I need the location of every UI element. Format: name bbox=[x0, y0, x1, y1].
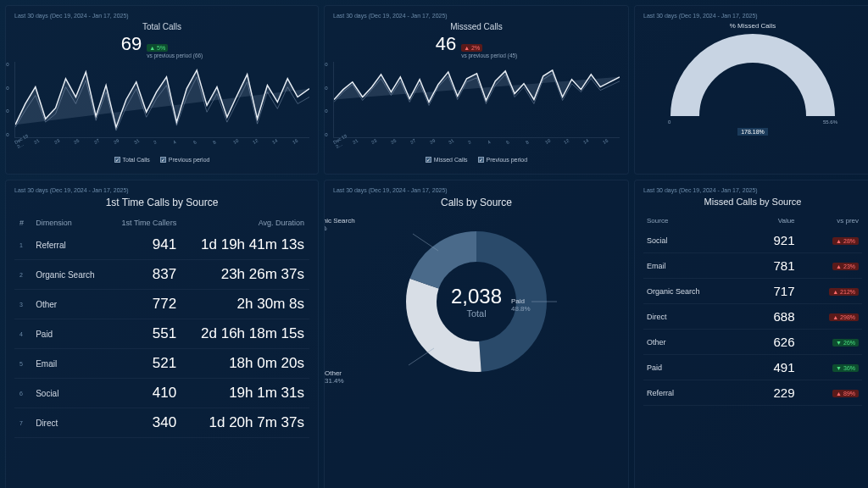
legend-missed-calls[interactable]: Missed Calls bbox=[426, 157, 468, 163]
row-delta: ▲ 298% bbox=[798, 304, 862, 330]
col-num: # bbox=[14, 215, 31, 230]
legend-total-calls[interactable]: Total Calls bbox=[114, 157, 150, 163]
segment-paid-name: Paid bbox=[511, 297, 531, 305]
gauge-chart bbox=[668, 31, 837, 125]
gauge-max: 55.6% bbox=[823, 119, 837, 125]
row-source: Organic Search bbox=[643, 279, 748, 304]
row-index: 4 bbox=[14, 319, 31, 349]
row-duration: 2h 30m 8s bbox=[181, 290, 309, 319]
legend-previous-period[interactable]: Previous period bbox=[160, 157, 210, 163]
panel-title: Missed Calls by Source bbox=[643, 197, 862, 207]
prev-period-text: vs previous period (66) bbox=[147, 53, 203, 58]
table-row[interactable]: Referral229▲ 89% bbox=[643, 380, 862, 406]
table-row[interactable]: 5Email52118h 0m 20s bbox=[14, 349, 309, 379]
gauge-value: 178.18% bbox=[737, 128, 768, 136]
row-source: Other bbox=[643, 330, 748, 355]
segment-other-name: Other bbox=[325, 369, 344, 377]
table-row[interactable]: 3Other7722h 30m 8s bbox=[14, 290, 309, 319]
row-index: 7 bbox=[14, 408, 31, 438]
table-row[interactable]: 7Direct3401d 20h 7m 37s bbox=[14, 408, 309, 438]
row-callers: 410 bbox=[108, 379, 181, 408]
missed-calls-panel: Last 30 days (Dec 19, 2024 - Jan 17, 202… bbox=[324, 5, 629, 175]
row-index: 2 bbox=[14, 260, 31, 290]
change-badge: ▲ 2% bbox=[461, 44, 482, 52]
row-source: Referral bbox=[643, 380, 748, 406]
table-row[interactable]: Organic Search717▲ 212% bbox=[643, 279, 862, 304]
row-dimension: Other bbox=[31, 290, 108, 319]
col-callers: 1st Time Callers bbox=[108, 215, 181, 230]
first-time-table: # Dimension 1st Time Callers Avg. Durati… bbox=[14, 215, 309, 438]
date-range: Last 30 days (Dec 19, 2024 - Jan 17, 202… bbox=[643, 13, 862, 19]
row-value: 229 bbox=[748, 380, 798, 406]
row-value: 491 bbox=[748, 355, 798, 380]
table-row[interactable]: 1Referral9411d 19h 41m 13s bbox=[14, 230, 309, 260]
missed-by-source-panel: Last 30 days (Dec 19, 2024 - Jan 17, 202… bbox=[634, 180, 868, 488]
row-callers: 837 bbox=[108, 260, 181, 290]
table-row[interactable]: Direct688▲ 298% bbox=[643, 304, 862, 330]
date-range: Last 30 days (Dec 19, 2024 - Jan 17, 202… bbox=[333, 13, 620, 19]
row-value: 717 bbox=[748, 279, 798, 304]
segment-organic-name: Organic Search bbox=[324, 217, 355, 225]
date-range: Last 30 days (Dec 19, 2024 - Jan 17, 202… bbox=[14, 13, 309, 19]
row-value: 781 bbox=[748, 253, 798, 279]
date-range: Last 30 days (Dec 19, 2024 - Jan 17, 202… bbox=[333, 187, 620, 193]
missed-by-source-table: Source Value vs prev Social921▲ 28%Email… bbox=[643, 214, 862, 406]
panel-title: Total Calls bbox=[14, 22, 309, 31]
row-duration: 18h 0m 20s bbox=[181, 349, 309, 379]
row-index: 6 bbox=[14, 379, 31, 408]
row-value: 921 bbox=[748, 228, 798, 253]
gauge-panel: Last 30 days (Dec 19, 2024 - Jan 17, 202… bbox=[634, 5, 868, 175]
row-duration: 19h 1m 31s bbox=[181, 379, 309, 408]
row-duration: 23h 26m 37s bbox=[181, 260, 309, 290]
row-index: 5 bbox=[14, 349, 31, 379]
panel-title: % Missed Calls bbox=[643, 22, 862, 30]
row-dimension: Email bbox=[31, 349, 108, 379]
row-source: Social bbox=[643, 228, 748, 253]
row-source: Paid bbox=[643, 355, 748, 380]
panel-title: 1st Time Calls by Source bbox=[14, 197, 309, 208]
col-value: Value bbox=[748, 214, 798, 228]
change-badge: ▲ 5% bbox=[147, 44, 168, 52]
col-duration: Avg. Duration bbox=[181, 215, 309, 230]
total-calls-chart: 80706050 bbox=[14, 62, 309, 138]
table-row[interactable]: Other626▼ 26% bbox=[643, 330, 862, 355]
row-value: 626 bbox=[748, 330, 798, 355]
donut-total: 2,038 bbox=[451, 285, 502, 308]
row-dimension: Direct bbox=[31, 408, 108, 438]
svg-line-5 bbox=[413, 234, 438, 251]
row-callers: 772 bbox=[108, 290, 181, 319]
row-duration: 1d 19h 41m 13s bbox=[181, 230, 309, 260]
row-duration: 1d 20h 7m 37s bbox=[181, 408, 309, 438]
row-callers: 340 bbox=[108, 408, 181, 438]
col-vs-prev: vs prev bbox=[798, 214, 862, 228]
row-callers: 521 bbox=[108, 349, 181, 379]
svg-line-4 bbox=[409, 348, 434, 365]
row-value: 688 bbox=[748, 304, 798, 330]
missed-calls-value: 46 bbox=[436, 33, 456, 55]
table-row[interactable]: 6Social41019h 1m 31s bbox=[14, 379, 309, 408]
table-row[interactable]: Paid491▼ 36% bbox=[643, 355, 862, 380]
row-delta: ▲ 89% bbox=[798, 380, 862, 406]
row-delta: ▲ 212% bbox=[798, 279, 862, 304]
table-row[interactable]: 2Organic Search83723h 26m 37s bbox=[14, 260, 309, 290]
row-delta: ▼ 26% bbox=[798, 330, 862, 355]
row-duration: 2d 16h 18m 15s bbox=[181, 319, 309, 349]
total-calls-panel: Last 30 days (Dec 19, 2024 - Jan 17, 202… bbox=[5, 5, 319, 175]
calls-by-source-panel: Last 30 days (Dec 19, 2024 - Jan 17, 202… bbox=[324, 180, 629, 488]
row-delta: ▼ 36% bbox=[798, 355, 862, 380]
row-index: 1 bbox=[14, 230, 31, 260]
panel-title: Calls by Source bbox=[333, 197, 620, 208]
table-row[interactable]: Social921▲ 28% bbox=[643, 228, 862, 253]
date-range: Last 30 days (Dec 19, 2024 - Jan 17, 202… bbox=[14, 187, 309, 193]
row-source: Email bbox=[643, 253, 748, 279]
legend-previous-period[interactable]: Previous period bbox=[478, 157, 528, 163]
table-row[interactable]: 4Paid5512d 16h 18m 15s bbox=[14, 319, 309, 349]
col-source: Source bbox=[643, 214, 748, 228]
panel-title: Misssed Calls bbox=[333, 22, 620, 31]
date-range: Last 30 days (Dec 19, 2024 - Jan 17, 202… bbox=[643, 187, 862, 193]
donut-chart: 2,038 Total Paid 48.8% Other 31.4% Organ… bbox=[333, 217, 620, 386]
donut-total-label: Total bbox=[451, 308, 502, 319]
row-callers: 941 bbox=[108, 230, 181, 260]
segment-other-pct: 31.4% bbox=[325, 377, 344, 385]
table-row[interactable]: Email781▲ 23% bbox=[643, 253, 862, 279]
